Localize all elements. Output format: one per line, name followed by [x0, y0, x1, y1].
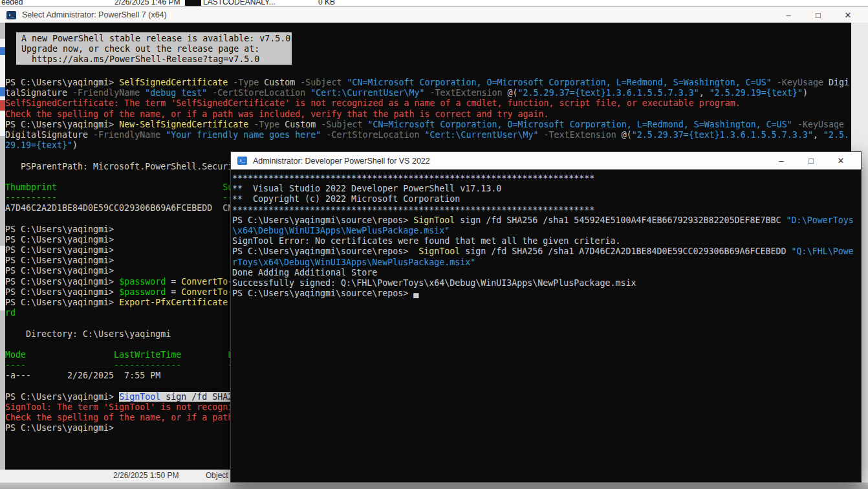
terminal-line: Successfully signed: Q:\FHL\PowerToys\x6…	[232, 278, 860, 288]
terminal-line: SignTool Error: No certificates were fou…	[232, 236, 860, 246]
background-explorer-top-row: eeded 2/26/2025 1:46 PM LASTCODEANALY...…	[0, 0, 868, 6]
explorer-cell-name: eeded	[1, 0, 23, 6]
powershell-icon: ›_	[237, 157, 247, 165]
terminal-line: SelfSignedCertificate: The term 'SelfSig…	[5, 98, 851, 109]
update-notice: A new PowerShell stable release is avail…	[16, 32, 292, 65]
minimize-button[interactable]: –	[774, 10, 803, 20]
terminal-line: PS C:\Users\yaqingmi\source\repos> ▄	[232, 288, 860, 299]
maximize-button[interactable]: □	[803, 10, 833, 20]
taskbar-edge	[0, 483, 868, 489]
vs-window-title: Administrator: Developer PowerShell for …	[253, 157, 430, 166]
explorer-cell-size: 0 KB	[318, 0, 335, 6]
sliver-fragment	[0, 87, 5, 96]
background-window-fragment	[185, 0, 201, 6]
vs-titlebar[interactable]: ›_ Administrator: Developer PowerShell f…	[231, 152, 861, 169]
terminal-line: ****************************************…	[232, 173, 860, 184]
terminal-line: PS C:\Users\yaqingmi> New-SelfSignedCert…	[5, 120, 851, 130]
vs-terminal-content[interactable]: ****************************************…	[231, 169, 861, 482]
vs-dev-powershell-window: ›_ Administrator: Developer PowerShell f…	[230, 151, 862, 483]
explorer-cell-type: Object	[206, 471, 228, 480]
terminal-line: rToys\x64\Debug\WinUI3Apps\NewPlusPackag…	[232, 257, 860, 268]
minimize-button[interactable]: –	[766, 156, 796, 166]
ps7-titlebar[interactable]: ›_ Select Administrator: PowerShell 7 (x…	[0, 6, 868, 23]
sliver-fragment	[0, 47, 5, 55]
maximize-button[interactable]: □	[796, 156, 826, 166]
update-notice-line: https://aka.ms/PowerShell-Release?tag=v7…	[21, 54, 292, 65]
terminal-line: PS C:\Users\yaqingmi> SelfSignedCertific…	[5, 78, 851, 88]
terminal-line: PS C:\Users\yaqingmi\source\repos> SignT…	[232, 246, 860, 257]
terminal-line: 29.19={text}")	[5, 140, 851, 151]
explorer-cell-date: 2/26/2025 1:46 PM	[114, 0, 180, 6]
sliver-fragment	[0, 246, 5, 310]
powershell-icon: ›_	[6, 11, 16, 19]
terminal-line: DigitalSignature -FriendlyName "Your fri…	[5, 130, 851, 140]
explorer-cell-date: 2/26/2025 1:50 PM	[113, 471, 179, 480]
sliver-fragment	[0, 100, 5, 111]
terminal-line: talSignature -FriendlyName "debug test" …	[5, 88, 851, 98]
terminal-line: Check the spelling of the name, or if a …	[5, 109, 851, 120]
close-button[interactable]: ✕	[833, 10, 863, 20]
terminal-line: ****************************************…	[232, 205, 860, 215]
terminal-line: \x64\Debug\WinUI3Apps\NewPlusPackage.msi…	[232, 226, 860, 236]
update-notice-line: Upgrade now, or check out the release pa…	[21, 44, 292, 54]
ps7-window-title: Select Administrator: PowerShell 7 (x64)	[22, 10, 167, 19]
terminal-line: ** Copyright (c) 2022 Microsoft Corporat…	[232, 194, 860, 204]
terminal-line: Done Adding Additional Store	[232, 268, 860, 278]
background-window-sliver	[0, 23, 5, 470]
close-button[interactable]: ✕	[826, 156, 856, 166]
terminal-line: ** Visual Studio 2022 Developer PowerShe…	[232, 184, 860, 194]
explorer-cell-filename: LASTCODEANALY...	[203, 0, 276, 6]
vs-terminal-output[interactable]: ****************************************…	[232, 173, 860, 299]
update-notice-line: A new PowerShell stable release is avail…	[21, 34, 292, 44]
terminal-line: PS C:\Users\yaqingmi\source\repos> SignT…	[232, 215, 860, 226]
